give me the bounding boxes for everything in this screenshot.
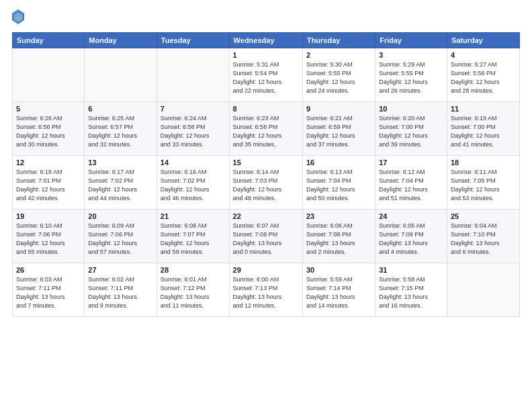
day-number: 30 (306, 266, 371, 274)
day-number: 7 (161, 105, 226, 113)
day-number: 1 (233, 51, 299, 59)
calendar-cell: 24Sunrise: 6:05 AM Sunset: 7:09 PM Dayli… (375, 210, 447, 263)
day-info: Sunrise: 6:04 AM Sunset: 7:10 PM Dayligh… (451, 222, 516, 257)
calendar-cell: 5Sunrise: 6:26 AM Sunset: 6:56 PM Daylig… (13, 102, 85, 156)
calendar-cell: 23Sunrise: 6:06 AM Sunset: 7:08 PM Dayli… (302, 210, 375, 263)
calendar-cell: 10Sunrise: 6:20 AM Sunset: 7:00 PM Dayli… (375, 102, 447, 156)
day-number: 14 (161, 158, 226, 167)
day-number: 31 (379, 266, 443, 274)
day-number: 10 (379, 105, 443, 113)
day-info: Sunrise: 6:11 AM Sunset: 7:05 PM Dayligh… (451, 168, 516, 203)
calendar-cell: 1Sunrise: 5:31 AM Sunset: 5:54 PM Daylig… (229, 48, 302, 102)
day-info: Sunrise: 6:03 AM Sunset: 7:11 PM Dayligh… (16, 275, 81, 310)
day-number: 3 (379, 51, 443, 59)
weekday-header-saturday: Saturday (447, 33, 519, 48)
calendar-cell: 4Sunrise: 5:27 AM Sunset: 5:56 PM Daylig… (447, 48, 519, 102)
calendar-cell: 30Sunrise: 5:59 AM Sunset: 7:14 PM Dayli… (302, 263, 375, 317)
calendar-cell: 15Sunrise: 6:14 AM Sunset: 7:03 PM Dayli… (229, 156, 302, 210)
calendar-cell: 25Sunrise: 6:04 AM Sunset: 7:10 PM Dayli… (447, 210, 519, 263)
weekday-header-tuesday: Tuesday (157, 33, 229, 48)
calendar-cell: 13Sunrise: 6:17 AM Sunset: 7:02 PM Dayli… (85, 156, 157, 210)
day-info: Sunrise: 5:31 AM Sunset: 5:54 PM Dayligh… (233, 60, 299, 95)
day-number: 23 (306, 212, 371, 220)
calendar-week-row: 1Sunrise: 5:31 AM Sunset: 5:54 PM Daylig… (13, 48, 520, 102)
weekday-header-wednesday: Wednesday (229, 33, 302, 48)
day-info: Sunrise: 6:08 AM Sunset: 7:07 PM Dayligh… (161, 222, 226, 257)
day-info: Sunrise: 6:24 AM Sunset: 6:58 PM Dayligh… (161, 114, 226, 149)
calendar-table: SundayMondayTuesdayWednesdayThursdayFrid… (12, 32, 520, 317)
calendar-week-row: 26Sunrise: 6:03 AM Sunset: 7:11 PM Dayli… (13, 263, 520, 317)
day-info: Sunrise: 6:16 AM Sunset: 7:02 PM Dayligh… (161, 168, 226, 203)
day-number: 9 (306, 105, 371, 113)
day-info: Sunrise: 5:29 AM Sunset: 5:55 PM Dayligh… (379, 60, 443, 95)
header-area (12, 11, 520, 27)
calendar-cell: 20Sunrise: 6:09 AM Sunset: 7:06 PM Dayli… (85, 210, 157, 263)
day-info: Sunrise: 6:19 AM Sunset: 7:00 PM Dayligh… (451, 114, 516, 149)
day-info: Sunrise: 6:20 AM Sunset: 7:00 PM Dayligh… (379, 114, 443, 149)
calendar-cell: 17Sunrise: 6:12 AM Sunset: 7:04 PM Dayli… (375, 156, 447, 210)
day-number: 21 (161, 212, 226, 220)
day-info: Sunrise: 6:10 AM Sunset: 7:06 PM Dayligh… (16, 222, 81, 257)
calendar-cell: 7Sunrise: 6:24 AM Sunset: 6:58 PM Daylig… (157, 102, 229, 156)
calendar-week-row: 19Sunrise: 6:10 AM Sunset: 7:06 PM Dayli… (13, 210, 520, 263)
day-number: 26 (16, 266, 81, 274)
day-info: Sunrise: 6:06 AM Sunset: 7:08 PM Dayligh… (306, 222, 371, 257)
calendar-cell: 18Sunrise: 6:11 AM Sunset: 7:05 PM Dayli… (447, 156, 519, 210)
day-info: Sunrise: 6:14 AM Sunset: 7:03 PM Dayligh… (233, 168, 299, 203)
day-number: 18 (451, 158, 516, 167)
day-info: Sunrise: 6:09 AM Sunset: 7:06 PM Dayligh… (88, 222, 153, 257)
day-number: 4 (451, 51, 516, 59)
logo-icon (12, 9, 24, 24)
day-number: 5 (16, 105, 81, 113)
day-number: 13 (88, 158, 153, 167)
calendar-cell (447, 263, 519, 317)
weekday-header-thursday: Thursday (302, 33, 375, 48)
calendar-week-row: 5Sunrise: 6:26 AM Sunset: 6:56 PM Daylig… (13, 102, 520, 156)
day-number: 22 (233, 212, 299, 220)
weekday-header-monday: Monday (85, 33, 157, 48)
day-info: Sunrise: 6:01 AM Sunset: 7:12 PM Dayligh… (161, 275, 226, 310)
calendar-week-row: 12Sunrise: 6:18 AM Sunset: 7:01 PM Dayli… (13, 156, 520, 210)
day-info: Sunrise: 6:12 AM Sunset: 7:04 PM Dayligh… (379, 168, 443, 203)
day-info: Sunrise: 6:02 AM Sunset: 7:11 PM Dayligh… (88, 275, 153, 310)
day-info: Sunrise: 6:23 AM Sunset: 6:58 PM Dayligh… (233, 114, 299, 149)
day-number: 6 (88, 105, 153, 113)
calendar-cell: 29Sunrise: 6:00 AM Sunset: 7:13 PM Dayli… (229, 263, 302, 317)
day-info: Sunrise: 6:07 AM Sunset: 7:08 PM Dayligh… (233, 222, 299, 257)
calendar-cell: 19Sunrise: 6:10 AM Sunset: 7:06 PM Dayli… (13, 210, 85, 263)
day-number: 15 (233, 158, 299, 167)
day-info: Sunrise: 6:21 AM Sunset: 6:59 PM Dayligh… (306, 114, 371, 149)
weekday-header-row: SundayMondayTuesdayWednesdayThursdayFrid… (13, 33, 520, 48)
day-info: Sunrise: 6:25 AM Sunset: 6:57 PM Dayligh… (88, 114, 153, 149)
day-info: Sunrise: 6:18 AM Sunset: 7:01 PM Dayligh… (16, 168, 81, 203)
calendar-cell (13, 48, 85, 102)
calendar-cell: 21Sunrise: 6:08 AM Sunset: 7:07 PM Dayli… (157, 210, 229, 263)
day-info: Sunrise: 6:26 AM Sunset: 6:56 PM Dayligh… (16, 114, 81, 149)
day-info: Sunrise: 6:13 AM Sunset: 7:04 PM Dayligh… (306, 168, 371, 203)
calendar-cell: 28Sunrise: 6:01 AM Sunset: 7:12 PM Dayli… (157, 263, 229, 317)
calendar-cell: 16Sunrise: 6:13 AM Sunset: 7:04 PM Dayli… (302, 156, 375, 210)
calendar-cell: 27Sunrise: 6:02 AM Sunset: 7:11 PM Dayli… (85, 263, 157, 317)
day-number: 27 (88, 266, 153, 274)
day-number: 17 (379, 158, 443, 167)
day-number: 19 (16, 212, 81, 220)
calendar-cell (85, 48, 157, 102)
day-number: 29 (233, 266, 299, 274)
day-info: Sunrise: 5:58 AM Sunset: 7:15 PM Dayligh… (379, 275, 443, 310)
day-number: 24 (379, 212, 443, 220)
day-number: 25 (451, 212, 516, 220)
calendar-cell (157, 48, 229, 102)
day-number: 28 (161, 266, 226, 274)
calendar-cell: 6Sunrise: 6:25 AM Sunset: 6:57 PM Daylig… (85, 102, 157, 156)
weekday-header-friday: Friday (375, 33, 447, 48)
day-number: 12 (16, 158, 81, 167)
weekday-header-sunday: Sunday (13, 33, 85, 48)
calendar-cell: 12Sunrise: 6:18 AM Sunset: 7:01 PM Dayli… (13, 156, 85, 210)
calendar-cell: 26Sunrise: 6:03 AM Sunset: 7:11 PM Dayli… (13, 263, 85, 317)
logo (12, 11, 27, 27)
calendar-cell: 8Sunrise: 6:23 AM Sunset: 6:58 PM Daylig… (229, 102, 302, 156)
day-info: Sunrise: 6:00 AM Sunset: 7:13 PM Dayligh… (233, 275, 299, 310)
calendar-cell: 3Sunrise: 5:29 AM Sunset: 5:55 PM Daylig… (375, 48, 447, 102)
day-number: 20 (88, 212, 153, 220)
calendar-cell: 11Sunrise: 6:19 AM Sunset: 7:00 PM Dayli… (447, 102, 519, 156)
